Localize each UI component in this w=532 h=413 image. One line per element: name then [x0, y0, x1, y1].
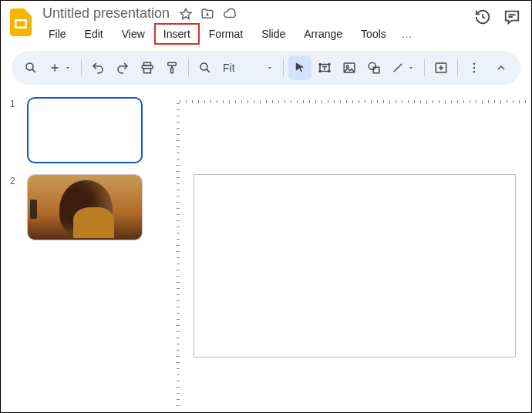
comments-icon[interactable]	[503, 8, 520, 25]
slide-thumbnail-1[interactable]	[27, 97, 143, 163]
slide-thumbnail-2[interactable]	[27, 174, 143, 240]
slides-logo[interactable]	[7, 5, 35, 39]
select-tool-button[interactable]	[288, 55, 311, 80]
collapse-toolbar-button[interactable]	[490, 55, 513, 80]
svg-point-8	[319, 64, 321, 65]
menu-slide[interactable]: Slide	[252, 23, 295, 45]
print-button[interactable]	[136, 55, 159, 80]
slide-thumb-row[interactable]: 2	[10, 174, 157, 240]
svg-point-10	[319, 71, 321, 72]
svg-point-13	[346, 65, 348, 68]
svg-point-2	[26, 63, 33, 70]
textbox-button[interactable]	[313, 55, 336, 80]
zoom-select[interactable]: Fit	[218, 62, 278, 74]
more-tools-button[interactable]	[463, 55, 486, 80]
svg-point-6	[200, 63, 207, 70]
svg-point-19	[473, 71, 474, 72]
ruler-vertical	[167, 103, 180, 410]
menu-edit[interactable]: Edit	[76, 23, 113, 45]
svg-rect-5	[171, 68, 173, 73]
svg-rect-1	[17, 22, 25, 27]
search-menus-button[interactable]	[19, 55, 42, 80]
menu-view[interactable]: View	[113, 23, 154, 45]
ruler-horizontal	[180, 91, 528, 103]
svg-rect-15	[373, 67, 379, 73]
menu-file[interactable]: File	[39, 23, 76, 45]
redo-button[interactable]	[111, 55, 134, 80]
toolbar-divider	[424, 59, 425, 76]
menu-arrange[interactable]: Arrange	[295, 23, 352, 45]
svg-point-9	[328, 64, 330, 65]
insert-image-button[interactable]	[338, 55, 361, 80]
slide-canvas[interactable]	[194, 174, 516, 358]
toolbar-divider	[283, 59, 284, 76]
undo-button[interactable]	[86, 55, 109, 80]
menu-insert[interactable]: Insert	[154, 23, 200, 45]
svg-point-18	[473, 67, 474, 69]
menu-tools[interactable]: Tools	[352, 23, 396, 45]
slide-thumb-row[interactable]: 1	[10, 97, 157, 163]
zoom-label: Fit	[223, 62, 235, 74]
toolbar-divider	[457, 59, 458, 76]
svg-point-14	[369, 62, 375, 69]
doc-title[interactable]: Untitled presentation	[41, 5, 171, 22]
slide-panel[interactable]: 1 2	[1, 91, 163, 413]
line-button[interactable]	[387, 55, 419, 80]
toolbar-divider	[188, 59, 189, 76]
slide-number: 1	[10, 97, 21, 109]
workspace: 1 2	[1, 91, 531, 413]
paint-format-button[interactable]	[160, 55, 184, 80]
menu-more[interactable]: …	[396, 25, 419, 43]
toolbar: Fit	[12, 51, 520, 85]
star-icon[interactable]	[179, 7, 193, 21]
cloud-status-icon[interactable]	[222, 7, 237, 21]
zoom-tool-button[interactable]	[194, 55, 217, 80]
svg-point-17	[473, 63, 474, 65]
svg-point-11	[328, 71, 330, 72]
move-to-folder-icon[interactable]	[200, 7, 214, 21]
slide-number: 2	[10, 174, 21, 186]
menu-format[interactable]: Format	[200, 23, 252, 45]
add-comment-button[interactable]	[429, 55, 453, 80]
shapes-button[interactable]	[362, 55, 386, 80]
canvas-area[interactable]	[163, 91, 531, 413]
toolbar-divider	[81, 59, 82, 76]
menu-bar: File Edit View Insert Format Slide Arran…	[38, 23, 474, 45]
new-slide-button[interactable]	[44, 55, 76, 80]
version-history-icon[interactable]	[474, 8, 491, 25]
svg-rect-4	[144, 69, 151, 73]
app-header: Untitled presentation File Edit View Ins…	[1, 1, 531, 45]
